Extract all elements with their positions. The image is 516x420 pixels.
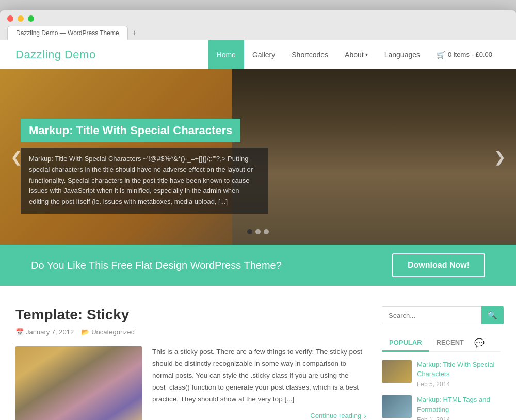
post-text: This is a sticky post. There are a few t… [152, 346, 366, 420]
browser-tabs: Dazzling Demo — WordPress Theme + [7, 26, 509, 40]
sidebar-post-list: Markup: Title With Special Characters Fe… [382, 360, 501, 420]
sidebar-post-title-1[interactable]: Markup: Title With Special Characters [417, 360, 501, 379]
site-content: Dazzling Demo Home Gallery Shortcodes Ab… [0, 40, 516, 420]
calendar-icon: 📅 [15, 328, 24, 336]
sidebar: 🔍 POPULAR RECENT 💬 Markup: Title With Sp… [382, 306, 501, 420]
comments-icon: 💬 [474, 338, 485, 348]
sidebar-post-item: Markup: Title With Special Characters Fe… [382, 360, 501, 388]
nav-home[interactable]: Home [208, 40, 244, 69]
post-body: This is a sticky post. There are a few t… [15, 346, 366, 420]
slider-next-button[interactable]: ❯ [489, 149, 511, 166]
post-meta: 📅 January 7, 2012 📂 Uncategorized [15, 328, 366, 336]
sidebar-tabs: POPULAR RECENT 💬 [382, 334, 501, 352]
new-tab-button[interactable]: + [132, 28, 137, 40]
sticky-post: Template: Sticky 📅 January 7, 2012 📂 Unc… [15, 306, 366, 420]
slider-dot-3[interactable] [264, 229, 269, 234]
hero-caption: Markup: Title With Special Characters ~'… [21, 148, 268, 214]
hero-title: Markup: Title With Special Characters [29, 124, 232, 137]
nav-shortcodes[interactable]: Shortcodes [283, 40, 336, 69]
slider-dots [247, 229, 269, 234]
search-box: 🔍 [382, 306, 501, 324]
browser-controls [7, 15, 509, 22]
sidebar-post-date-2: Feb 1, 2014 [417, 416, 501, 420]
post-category: 📂 Uncategorized [81, 328, 135, 336]
main-content: Template: Sticky 📅 January 7, 2012 📂 Unc… [0, 286, 516, 420]
tab-recent[interactable]: RECENT [429, 334, 471, 352]
download-now-button[interactable]: Download Now! [392, 253, 485, 277]
browser-tab[interactable]: Dazzling Demo — WordPress Theme [7, 26, 128, 40]
hero-content: Markup: Title With Special Characters Ma… [21, 119, 268, 214]
sidebar-post-info-1: Markup: Title With Special Characters Fe… [417, 360, 501, 388]
content-area: Template: Sticky 📅 January 7, 2012 📂 Unc… [15, 306, 366, 420]
slider-dot-2[interactable] [255, 229, 261, 234]
search-input[interactable] [382, 306, 481, 324]
nav-gallery[interactable]: Gallery [244, 40, 283, 69]
post-thumb-image [15, 346, 142, 420]
search-button[interactable]: 🔍 [481, 306, 504, 324]
site-nav: Home Gallery Shortcodes About ▾ Language… [208, 40, 501, 69]
nav-cart[interactable]: 🛒 0 items - £0.00 [428, 40, 501, 69]
minimize-button[interactable] [18, 15, 24, 22]
post-title: Template: Sticky [15, 306, 366, 323]
site-logo[interactable]: Dazzling Demo [15, 48, 96, 61]
slider-prev-button[interactable]: ❮ [5, 149, 27, 166]
continue-arrow-icon: › [364, 412, 366, 420]
post-excerpt: This is a sticky post. There are a few t… [152, 346, 366, 406]
cart-icon: 🛒 [437, 51, 445, 59]
browser-chrome: Dazzling Demo — WordPress Theme + [0, 10, 516, 40]
sidebar-post-info-2: Markup: HTML Tags and Formatting Feb 1, … [417, 395, 501, 420]
maximize-button[interactable] [28, 15, 34, 22]
tab-popular[interactable]: POPULAR [382, 334, 429, 352]
about-dropdown-arrow: ▾ [365, 52, 368, 57]
nav-languages[interactable]: Languages [376, 40, 428, 69]
sidebar-post-thumb-2 [382, 395, 412, 418]
cta-banner: Do You Like This Free Flat Design WordPr… [0, 245, 516, 286]
close-button[interactable] [7, 15, 13, 22]
sidebar-post-title-2[interactable]: Markup: HTML Tags and Formatting [417, 395, 501, 414]
post-date: 📅 January 7, 2012 [15, 328, 74, 336]
post-thumbnail [15, 346, 142, 420]
slider-dot-1[interactable] [247, 229, 252, 234]
sidebar-post-thumb-1 [382, 360, 412, 383]
folder-icon: 📂 [81, 328, 89, 336]
site-header: Dazzling Demo Home Gallery Shortcodes Ab… [0, 40, 516, 69]
continue-reading-link[interactable]: Continue reading › [152, 412, 366, 420]
sidebar-post-date-1: Feb 5, 2014 [417, 381, 501, 388]
cta-text: Do You Like This Free Flat Design WordPr… [31, 260, 282, 271]
hero-slider: ❮ ❯ Markup: Title With Special Character… [0, 69, 516, 245]
hero-title-box: Markup: Title With Special Characters [21, 119, 240, 142]
nav-about[interactable]: About ▾ [336, 40, 376, 69]
sidebar-post-item: Markup: HTML Tags and Formatting Feb 1, … [382, 395, 501, 420]
browser-window: Dazzling Demo — WordPress Theme + Dazzli… [0, 10, 516, 420]
